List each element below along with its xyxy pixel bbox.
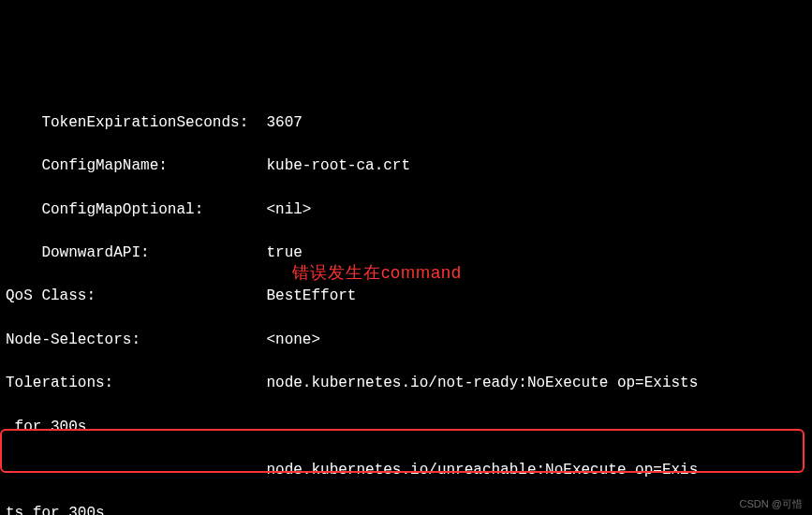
terminal-line: QoS Class: BestEffort (6, 286, 806, 307)
terminal-line: ts for 300s (6, 503, 806, 515)
terminal-line: ConfigMapName: kube-root-ca.crt (6, 155, 806, 177)
terminal-line: TokenExpirationSeconds: 3607 (6, 112, 806, 134)
watermark-text: CSDN @可惜 (740, 497, 803, 512)
terminal-line: for 300s (6, 417, 806, 438)
terminal-line: Tolerations: node.kubernetes.io/not-read… (6, 373, 806, 394)
terminal-line: node.kubernetes.io/unreachable:NoExecute… (6, 460, 806, 481)
terminal-line: Node-Selectors: <none> (6, 330, 806, 351)
terminal-line: ConfigMapOptional: <nil> (6, 199, 806, 221)
error-annotation: 错误发生在command (292, 260, 462, 285)
terminal-output: TokenExpirationSeconds: 3607 ConfigMapNa… (6, 91, 806, 515)
